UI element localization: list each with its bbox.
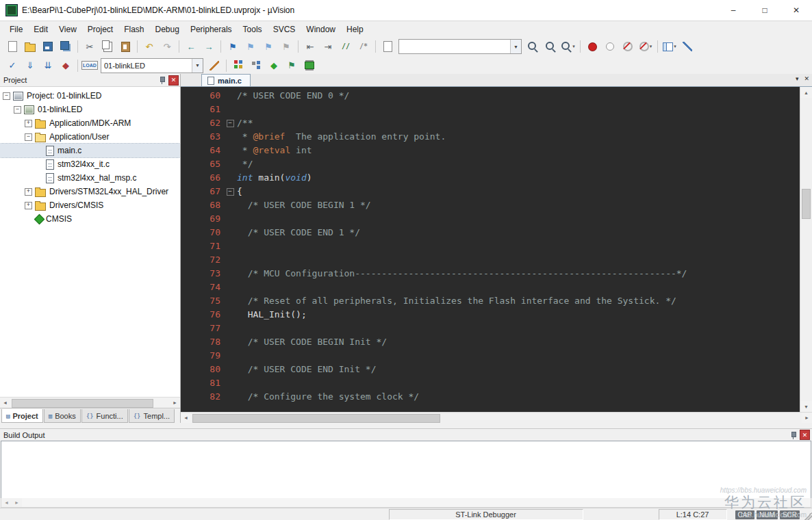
menu-item-help[interactable]: Help: [341, 23, 369, 36]
resize-grip[interactable]: [802, 509, 812, 520]
code-line-77[interactable]: 77: [181, 322, 800, 335]
maximize-button[interactable]: □: [749, 0, 781, 21]
menu-item-flash[interactable]: Flash: [118, 23, 149, 36]
manage-components-button[interactable]: [230, 58, 246, 73]
code-line-62[interactable]: 62−/**: [181, 116, 800, 130]
code-line-82[interactable]: 82 /* Configure the system clock */: [181, 390, 800, 404]
close-button[interactable]: ✕: [781, 0, 812, 21]
redo-button[interactable]: ↷: [159, 39, 175, 54]
build-output-scrollbar[interactable]: ◄ ►: [1, 498, 811, 508]
batch-setup-button[interactable]: ⚑: [283, 58, 300, 73]
menu-item-window[interactable]: Window: [301, 23, 341, 36]
code-line-75[interactable]: 75 /* Reset of all peripherals, Initiali…: [181, 294, 800, 308]
hscroll-thumb[interactable]: [192, 414, 440, 423]
chevron-down-icon[interactable]: ▼: [192, 59, 203, 73]
panel-tab-functi[interactable]: {}Functi...: [81, 409, 128, 423]
translate-file-button[interactable]: ✓: [4, 58, 21, 73]
build-button[interactable]: ⇓: [22, 58, 38, 73]
chevron-down-icon[interactable]: ▾: [650, 44, 652, 49]
expander-icon[interactable]: +: [25, 202, 32, 209]
vscroll-thumb[interactable]: [802, 189, 811, 219]
build-output-close-button[interactable]: ✕: [800, 430, 810, 440]
menu-item-file[interactable]: File: [4, 23, 28, 36]
code-line-61[interactable]: 61: [181, 103, 800, 116]
undo-button[interactable]: ↶: [141, 39, 157, 54]
tree-item-01-blinkled[interactable]: −01-blinkLED: [0, 103, 180, 116]
new-file-button[interactable]: [4, 39, 21, 54]
chevron-down-icon[interactable]: ▾: [572, 44, 575, 49]
scroll-left-icon[interactable]: ◄: [1, 498, 12, 507]
tree-item-project-01-blinkled[interactable]: −Project: 01-blinkLED: [0, 89, 180, 103]
tab-close-icon[interactable]: ✕: [804, 75, 809, 82]
comment-button[interactable]: //: [338, 39, 354, 54]
fold-collapse-icon[interactable]: −: [227, 120, 234, 127]
code-line-67[interactable]: 67−{: [181, 185, 800, 198]
menu-item-tools[interactable]: Tools: [238, 23, 268, 36]
previous-bookmark-button[interactable]: ⚑: [242, 39, 259, 54]
project-panel-close-button[interactable]: ✕: [168, 75, 179, 86]
toggle-bookmark-button[interactable]: ⚑: [225, 39, 241, 54]
editor-hscrollbar[interactable]: ◄ ►: [181, 412, 812, 423]
kill-breakpoints-button[interactable]: [620, 39, 636, 54]
chevron-down-icon[interactable]: ▼: [510, 40, 521, 53]
scroll-left-icon[interactable]: ◄: [181, 413, 191, 423]
paste-button[interactable]: [117, 39, 134, 54]
code-line-72[interactable]: 72: [181, 253, 800, 267]
find-text-combo[interactable]: ▼: [398, 39, 522, 54]
fold-collapse-icon[interactable]: −: [227, 188, 234, 196]
batch-build-button[interactable]: ◆: [58, 58, 74, 73]
scroll-right-icon[interactable]: ►: [170, 398, 180, 408]
navigate-forward-button[interactable]: →: [201, 39, 217, 54]
copy-button[interactable]: [99, 39, 116, 54]
unindent-button[interactable]: ⇤: [302, 39, 318, 54]
menu-item-edit[interactable]: Edit: [28, 23, 53, 36]
breakpoint-options-button[interactable]: ▾: [637, 39, 654, 54]
code-line-78[interactable]: 78 /* USER CODE BEGIN Init */: [181, 335, 800, 349]
scroll-right-icon[interactable]: ►: [12, 498, 22, 507]
editor-tab-main-c[interactable]: main.c: [201, 74, 251, 86]
scroll-down-icon[interactable]: ▼: [800, 401, 812, 412]
code-line-68[interactable]: 68 /* USER CODE BEGIN 1 */: [181, 198, 800, 212]
tree-item-application-user[interactable]: −Application/User: [0, 130, 180, 144]
tree-item-drivers-cmsis[interactable]: +Drivers/CMSIS: [0, 198, 180, 212]
target-options-button[interactable]: [206, 58, 223, 73]
rebuild-button[interactable]: ⇊: [40, 58, 56, 73]
menu-item-project[interactable]: Project: [82, 23, 118, 36]
window-layout-button[interactable]: ▾: [661, 39, 678, 54]
pin-icon[interactable]: [790, 431, 797, 439]
runtime-environment-button[interactable]: ◆: [266, 58, 282, 73]
panel-tab-project[interactable]: ▤Project: [1, 409, 43, 423]
scroll-left-icon[interactable]: ◄: [0, 398, 10, 408]
pack-installer-button[interactable]: [301, 58, 318, 73]
save-all-button[interactable]: [58, 39, 74, 54]
code-line-63[interactable]: 63 * @brief The application entry point.: [181, 130, 800, 144]
code-line-80[interactable]: 80 /* USER CODE END Init */: [181, 363, 800, 376]
clear-bookmarks-button[interactable]: ⚑: [278, 39, 294, 54]
indent-button[interactable]: ⇥: [320, 39, 336, 54]
configure-button[interactable]: [679, 39, 696, 54]
save-button[interactable]: [40, 39, 56, 54]
hscroll-track[interactable]: [191, 413, 802, 423]
find-in-files-button[interactable]: [379, 39, 396, 54]
panel-tab-templ[interactable]: {}Templ...: [129, 409, 175, 423]
insert-breakpoint-button[interactable]: [584, 39, 600, 54]
panel-splitter[interactable]: [0, 423, 812, 428]
vscroll-track[interactable]: [800, 98, 812, 401]
panel-tab-books[interactable]: ▥Books: [44, 409, 81, 423]
code-line-70[interactable]: 70 /* USER CODE END 1 */: [181, 226, 800, 239]
expander-icon[interactable]: −: [14, 106, 21, 114]
expander-icon[interactable]: −: [25, 133, 32, 141]
chevron-down-icon[interactable]: ▾: [674, 44, 676, 49]
find-next-button[interactable]: [524, 39, 541, 54]
scroll-right-icon[interactable]: ►: [802, 413, 812, 423]
code-line-66[interactable]: 66int main(void): [181, 171, 800, 185]
menu-item-peripherals[interactable]: Peripherals: [185, 23, 238, 36]
file-extensions-button[interactable]: [248, 58, 264, 73]
next-bookmark-button[interactable]: ⚑: [260, 39, 277, 54]
tree-item-cmsis[interactable]: CMSIS: [0, 212, 180, 226]
build-output-content[interactable]: [1, 441, 811, 498]
scroll-thumb[interactable]: [12, 399, 153, 408]
incremental-find-button[interactable]: [542, 39, 559, 54]
code-area[interactable]: 60/* USER CODE END 0 */6162−/**63 * @bri…: [181, 87, 800, 412]
expander-icon[interactable]: +: [25, 188, 32, 196]
